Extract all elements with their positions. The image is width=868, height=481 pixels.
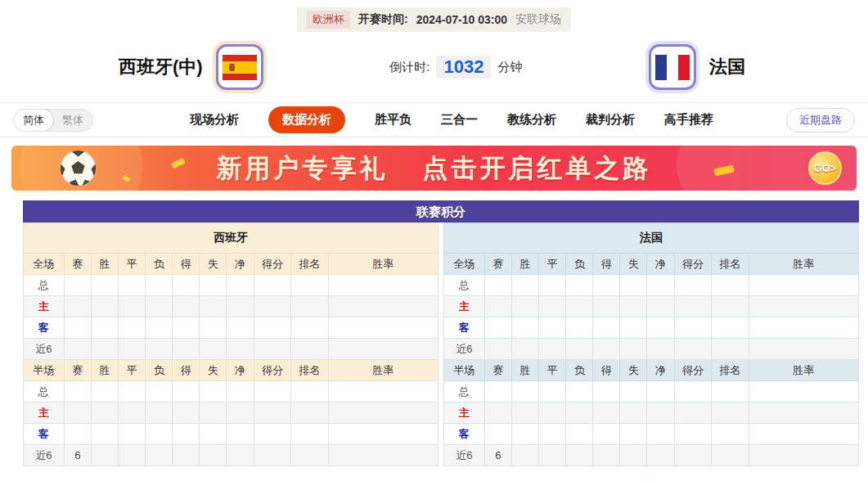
stat-cell xyxy=(119,381,146,402)
stat-cell xyxy=(146,381,173,402)
stat-cell xyxy=(200,424,227,445)
stat-cell xyxy=(291,275,328,296)
stat-cell xyxy=(484,339,511,360)
stat-cell xyxy=(227,296,254,317)
kickoff-time: 2024-07-10 03:00 xyxy=(416,13,507,26)
table-row: 总 xyxy=(24,381,438,402)
column-header: 净 xyxy=(647,360,674,381)
tab-expert-picks[interactable]: 高手推荐 xyxy=(664,112,713,128)
row-label-home: 主 xyxy=(444,296,485,317)
column-header: 胜 xyxy=(512,360,539,381)
nav-bar: 简体 繁体 现场分析数据分析胜平负三合一教练分析裁判分析高手推荐 近期盘路 xyxy=(0,102,868,137)
row-label-recent: 近6 xyxy=(24,445,65,466)
stat-cell xyxy=(749,445,858,466)
stat-cell xyxy=(512,424,539,445)
recent-trend-button[interactable]: 近期盘路 xyxy=(786,108,855,133)
column-header: 失 xyxy=(620,360,647,381)
countdown-label: 倒计时: xyxy=(389,60,430,75)
banner-text: 新用户专享礼 点击开启红单之路 xyxy=(217,151,652,186)
stat-cell xyxy=(749,275,858,296)
column-header: 胜 xyxy=(92,254,119,275)
stat-cell xyxy=(647,275,674,296)
stat-cell xyxy=(566,317,593,339)
column-header: 胜 xyxy=(512,254,539,275)
stat-cell xyxy=(92,424,119,445)
tab-three-in-one[interactable]: 三合一 xyxy=(441,112,478,128)
column-header: 得 xyxy=(173,360,200,381)
row-label-away: 客 xyxy=(444,317,485,339)
stat-cell xyxy=(674,317,712,339)
stat-cell xyxy=(200,296,227,317)
table-row: 近6 xyxy=(444,339,859,360)
stat-cell xyxy=(512,402,539,424)
stat-cell xyxy=(146,275,173,296)
row-label-home: 主 xyxy=(444,402,485,424)
kickoff-label: 开赛时间: xyxy=(358,12,408,27)
go-button[interactable]: GO> xyxy=(808,151,842,185)
stat-cell xyxy=(227,275,254,296)
tab-referee-analysis[interactable]: 裁判分析 xyxy=(586,112,635,128)
stat-cell xyxy=(200,402,227,424)
stat-cell xyxy=(146,402,173,424)
tab-win-draw-lose[interactable]: 胜平负 xyxy=(375,112,412,128)
stat-cell xyxy=(291,445,328,466)
row-label-total: 总 xyxy=(444,275,485,296)
stat-cell xyxy=(146,296,173,317)
stat-cell xyxy=(712,317,749,339)
column-header: 净 xyxy=(227,254,254,275)
column-header: 负 xyxy=(146,254,173,275)
stat-cell xyxy=(64,317,91,339)
row-label-away: 客 xyxy=(24,424,65,445)
stat-cell xyxy=(200,445,227,466)
section-header-label: 全场 xyxy=(444,254,485,275)
section-header-label: 半场 xyxy=(24,360,65,381)
stat-cell xyxy=(254,445,291,466)
stat-cell xyxy=(566,402,593,424)
stat-cell xyxy=(64,275,91,296)
column-header: 得 xyxy=(593,360,620,381)
stat-cell xyxy=(712,275,749,296)
promo-banner[interactable]: 新用户专享礼 点击开启红单之路 GO> xyxy=(11,146,857,191)
section-header-label: 半场 xyxy=(444,360,485,381)
column-header: 得分 xyxy=(254,360,291,381)
tab-live-analysis[interactable]: 现场分析 xyxy=(190,112,239,128)
stat-cell xyxy=(712,402,749,424)
stat-cell xyxy=(92,296,119,317)
column-header: 排名 xyxy=(291,254,328,275)
language-toggle[interactable]: 简体 繁体 xyxy=(13,109,93,132)
row-label-recent: 近6 xyxy=(444,339,485,360)
stat-cell xyxy=(200,275,227,296)
stat-cell xyxy=(92,381,119,402)
stat-cell xyxy=(200,317,227,339)
home-team-group: 西班牙(中) xyxy=(119,44,263,90)
stat-cell xyxy=(566,424,593,445)
table-row: 总 xyxy=(444,275,859,296)
table-row: 客 xyxy=(444,317,859,339)
stat-cell xyxy=(674,424,712,445)
row-label-total: 总 xyxy=(444,381,485,402)
stat-cell xyxy=(512,275,539,296)
stat-cell xyxy=(291,317,328,339)
stat-cell xyxy=(173,317,200,339)
column-header: 赛 xyxy=(64,360,91,381)
stat-cell xyxy=(173,381,200,402)
stat-cell xyxy=(200,339,227,360)
stat-cell xyxy=(146,445,173,466)
stat-cell xyxy=(291,296,328,317)
stat-cell xyxy=(647,445,674,466)
stat-cell xyxy=(539,339,566,360)
stat-cell xyxy=(484,317,511,339)
stat-cell xyxy=(227,424,254,445)
table-row: 客 xyxy=(444,424,859,445)
stat-cell xyxy=(173,339,200,360)
tab-data-analysis[interactable]: 数据分析 xyxy=(268,106,345,133)
stat-cell xyxy=(64,381,91,402)
stat-cell xyxy=(539,424,566,445)
tab-coach-analysis[interactable]: 教练分析 xyxy=(507,112,556,128)
stat-cell xyxy=(484,296,511,317)
lang-simplified[interactable]: 简体 xyxy=(13,109,54,132)
column-header: 平 xyxy=(539,360,566,381)
league-badge: 欧洲杯 xyxy=(307,11,350,29)
lang-traditional[interactable]: 繁体 xyxy=(53,110,92,131)
column-header: 失 xyxy=(200,254,227,275)
